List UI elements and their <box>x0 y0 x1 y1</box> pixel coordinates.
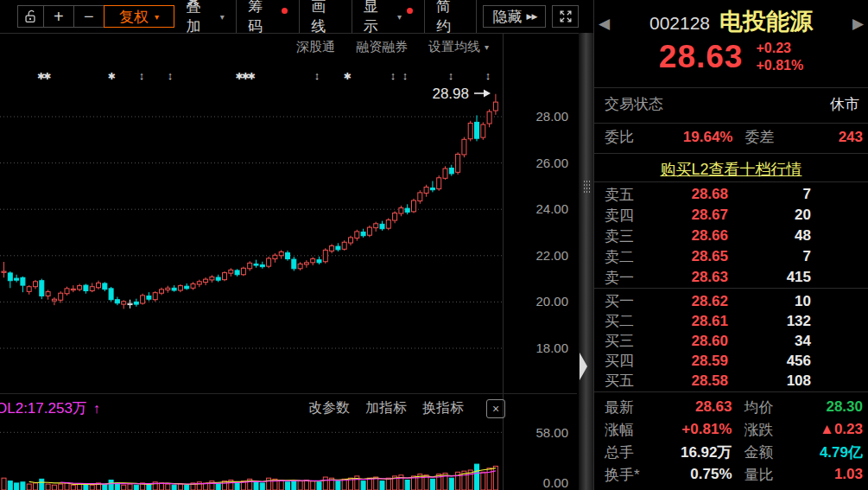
bid-price: 28.59 <box>655 353 728 370</box>
chevron-down-icon: ▾ <box>397 12 402 22</box>
ask-row[interactable]: 卖四 28.67 20 <box>594 205 868 226</box>
bid-row[interactable]: 买三 28.60 34 <box>594 331 868 351</box>
hide-label: 隐藏 <box>493 7 523 27</box>
stat-label: 量比 <box>744 465 793 485</box>
ask-level-label: 卖一 <box>605 268 655 288</box>
display-button[interactable]: 显示 ▾ <box>352 0 424 36</box>
bid-book: 买一 28.62 10 买二 28.61 132 买三 28.60 34 买四 … <box>594 291 868 391</box>
svg-text:28.00: 28.00 <box>535 109 568 124</box>
toolbar-divider <box>476 0 477 33</box>
svg-text:↕: ↕ <box>390 69 395 82</box>
price-change: +0.23 +0.81% <box>756 40 803 74</box>
divider <box>594 87 868 88</box>
notification-dot <box>282 8 288 14</box>
draw-line-button[interactable]: 画线 <box>300 0 352 36</box>
bid-qty: 108 <box>728 372 811 390</box>
svg-text:✱✱: ✱✱ <box>37 71 51 81</box>
stat-row: 换手* 0.75% 量比 1.03 <box>594 463 868 486</box>
ask-row[interactable]: 卖一 28.63 415 <box>594 267 868 288</box>
weibi-label: 委比 <box>605 127 660 147</box>
collapse-arrow-icon[interactable] <box>580 353 587 380</box>
bid-price: 28.58 <box>655 372 728 390</box>
simple-mode-button[interactable]: 简约 <box>425 0 477 36</box>
status-value: 休市 <box>830 94 859 114</box>
ask-price: 28.63 <box>655 269 728 286</box>
chips-button[interactable]: 筹码 <box>237 0 299 36</box>
bid-qty: 34 <box>728 333 811 350</box>
splitter-grip-icon[interactable] <box>583 180 591 194</box>
stat-row: 最新 28.63 均价 28.30 <box>594 396 868 418</box>
ask-row[interactable]: 卖三 28.66 48 <box>594 226 868 246</box>
weicha-value: 243 <box>790 129 864 146</box>
simple-mode-label: 简约 <box>436 0 466 36</box>
stat-value-avg: 28.30 <box>793 398 864 416</box>
stock-name: 电投能源 <box>719 6 813 37</box>
stock-trading-app: + − 复权 ▾ 叠加 ▾ 筹码 画线 显示 ▾ 简约 隐藏 <box>0 0 868 490</box>
weibi-value: 19.64% <box>660 129 733 146</box>
ask-qty: 20 <box>728 207 811 224</box>
bid-qty: 456 <box>728 353 811 370</box>
ask-qty: 7 <box>728 186 811 203</box>
svg-text:↕: ↕ <box>402 69 407 82</box>
order-imbalance-row: 委比 19.64% 委差 243 <box>605 127 863 147</box>
svg-text:↕: ↕ <box>168 69 172 82</box>
adjust-price-label: 复权 <box>119 7 149 27</box>
ask-price: 28.68 <box>655 186 728 203</box>
buy-l2-link[interactable]: 购买L2查看十档行情 <box>660 161 801 178</box>
svg-text:↕: ↕ <box>485 69 490 82</box>
stat-label: 换手* <box>605 465 662 485</box>
quote-panel: ◀ ▶ 002128 电投能源 28.63 +0.23 +0.81% 交易状态 … <box>594 0 868 490</box>
bid-row[interactable]: 买二 28.61 132 <box>594 311 868 331</box>
divider <box>594 181 868 182</box>
change-params-button[interactable]: 改参数 <box>308 399 350 417</box>
bid-row[interactable]: 买四 28.59 456 <box>594 351 868 371</box>
bid-level-label: 买二 <box>605 311 655 331</box>
ask-price: 28.67 <box>655 207 728 224</box>
stat-row: 涨幅 +0.81% 涨跌 ▲0.23 <box>594 418 868 441</box>
volume-indicator-value: OL2:17.253万 <box>0 398 87 418</box>
l2-promo-row: 购买L2查看十档行情 <box>594 159 868 180</box>
fullscreen-button[interactable] <box>552 5 579 28</box>
stat-value-amount: 4.79亿 <box>793 442 864 462</box>
notification-dot <box>407 8 413 14</box>
lock-button[interactable] <box>17 5 44 28</box>
add-indicator-button[interactable]: 加指标 <box>365 399 407 417</box>
bid-level-label: 买五 <box>605 371 655 391</box>
chips-label: 筹码 <box>248 0 276 36</box>
ask-book: 卖五 28.68 7 卖四 28.67 20 卖三 28.66 48 卖二 28… <box>594 184 868 288</box>
stats-block: 最新 28.63 均价 28.30 涨幅 +0.81% 涨跌 ▲0.23 总手 … <box>594 396 868 486</box>
switch-indicator-button[interactable]: 换指标 <box>422 399 464 417</box>
candlestick-chart[interactable]: 28.0026.0024.0022.0020.0018.00✱✱✱↕↕✱✱✱↕✱… <box>0 33 577 394</box>
overlay-button[interactable]: 叠加 ▾ <box>174 0 235 36</box>
ask-price: 28.65 <box>655 248 728 265</box>
stat-value-turnover: 0.75% <box>662 466 732 483</box>
splitter-bar[interactable] <box>579 33 593 490</box>
volume-header: OL2:17.253万 ↑ 改参数 加指标 换指标 × <box>1 398 505 418</box>
stock-code: 002128 <box>649 13 710 34</box>
status-label: 交易状态 <box>605 94 663 114</box>
zoom-out-button[interactable]: − <box>73 5 105 28</box>
bid-price: 28.62 <box>655 293 728 310</box>
ask-level-label: 卖五 <box>605 185 655 205</box>
svg-text:28.98: 28.98 <box>432 86 469 102</box>
svg-text:22.00: 22.00 <box>535 248 568 263</box>
bid-row[interactable]: 买一 28.62 10 <box>594 291 868 311</box>
bid-level-label: 买四 <box>605 351 655 371</box>
stat-label: 最新 <box>605 398 662 417</box>
adjust-price-button[interactable]: 复权 ▾ <box>104 5 175 28</box>
bid-row[interactable]: 买五 28.58 108 <box>594 371 868 391</box>
stat-value-chg: ▲0.23 <box>793 421 864 438</box>
bid-level-label: 买一 <box>605 291 655 311</box>
svg-text:↕: ↕ <box>139 69 143 82</box>
svg-text:20.00: 20.00 <box>535 294 568 309</box>
zoom-in-button[interactable]: + <box>43 5 75 28</box>
ask-row[interactable]: 卖二 28.65 7 <box>594 246 868 267</box>
close-icon: × <box>492 402 499 416</box>
draw-line-label: 画线 <box>311 0 340 36</box>
close-indicator-button[interactable]: × <box>486 399 505 418</box>
chevron-down-icon: ▾ <box>220 12 225 22</box>
stat-value-pct: +0.81% <box>662 421 732 438</box>
ask-row[interactable]: 卖五 28.68 7 <box>594 184 868 205</box>
ask-qty: 415 <box>728 269 811 286</box>
hide-panel-button[interactable]: 隐藏 ▶▶ <box>483 5 546 28</box>
